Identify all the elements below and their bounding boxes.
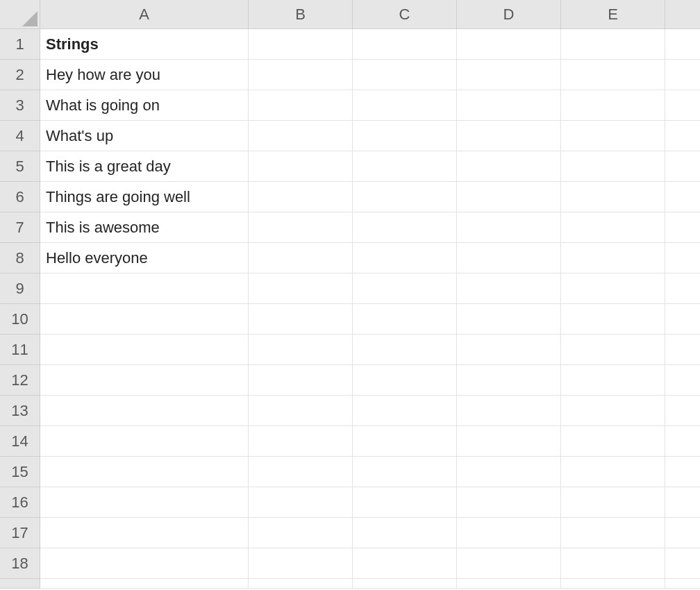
cell-D16[interactable] [457, 487, 561, 518]
column-header-extra[interactable] [665, 0, 700, 29]
row-header-11[interactable]: 11 [0, 335, 40, 365]
cell-D6[interactable] [457, 182, 561, 212]
cell-D14[interactable] [457, 426, 561, 457]
cell-A15[interactable] [40, 457, 249, 487]
column-header-C[interactable]: C [353, 0, 457, 29]
cell-B3[interactable] [249, 90, 353, 121]
cell-D15[interactable] [457, 457, 561, 487]
cell-D7[interactable] [457, 212, 561, 243]
cell-E8[interactable] [561, 243, 665, 273]
row-header-10[interactable]: 10 [0, 304, 40, 335]
cell-D13[interactable] [457, 396, 561, 426]
cell-F10[interactable] [665, 304, 700, 335]
cell-F5[interactable] [665, 151, 700, 182]
cell-B12[interactable] [249, 365, 353, 396]
row-header-18[interactable]: 18 [0, 548, 40, 579]
cell-A14[interactable] [40, 426, 249, 457]
cell-B1[interactable] [249, 29, 353, 60]
cell-D17[interactable] [457, 518, 561, 548]
cell-partial-0[interactable] [40, 579, 249, 589]
cell-D8[interactable] [457, 243, 561, 273]
row-header-7[interactable]: 7 [0, 212, 40, 243]
cell-D12[interactable] [457, 365, 561, 396]
cell-B13[interactable] [249, 396, 353, 426]
cell-D1[interactable] [457, 29, 561, 60]
cell-E17[interactable] [561, 518, 665, 548]
cell-E7[interactable] [561, 212, 665, 243]
cell-C4[interactable] [353, 121, 457, 151]
cell-C12[interactable] [353, 365, 457, 396]
cell-D9[interactable] [457, 273, 561, 304]
cell-C14[interactable] [353, 426, 457, 457]
cell-E3[interactable] [561, 90, 665, 121]
cell-B2[interactable] [249, 60, 353, 90]
cell-A18[interactable] [40, 548, 249, 579]
cell-E15[interactable] [561, 457, 665, 487]
cell-E4[interactable] [561, 121, 665, 151]
row-header-12[interactable]: 12 [0, 365, 40, 396]
cell-B4[interactable] [249, 121, 353, 151]
cell-F16[interactable] [665, 487, 700, 518]
cell-F12[interactable] [665, 365, 700, 396]
cell-C15[interactable] [353, 457, 457, 487]
select-all-corner[interactable] [0, 0, 40, 29]
cell-F17[interactable] [665, 518, 700, 548]
cell-B8[interactable] [249, 243, 353, 273]
cell-F15[interactable] [665, 457, 700, 487]
cell-A1[interactable]: Strings [40, 29, 249, 60]
cell-C6[interactable] [353, 182, 457, 212]
cell-D10[interactable] [457, 304, 561, 335]
cell-A17[interactable] [40, 518, 249, 548]
row-header-5[interactable]: 5 [0, 151, 40, 182]
column-header-A[interactable]: A [40, 0, 249, 29]
cell-C8[interactable] [353, 243, 457, 273]
cell-B16[interactable] [249, 487, 353, 518]
cell-A7[interactable]: This is awesome [40, 212, 249, 243]
cell-D2[interactable] [457, 60, 561, 90]
cell-F14[interactable] [665, 426, 700, 457]
cell-D5[interactable] [457, 151, 561, 182]
cell-C11[interactable] [353, 335, 457, 365]
column-header-D[interactable]: D [457, 0, 561, 29]
cell-C18[interactable] [353, 548, 457, 579]
cell-A13[interactable] [40, 396, 249, 426]
cell-B9[interactable] [249, 273, 353, 304]
cell-C9[interactable] [353, 273, 457, 304]
cell-E11[interactable] [561, 335, 665, 365]
cell-E16[interactable] [561, 487, 665, 518]
cell-C5[interactable] [353, 151, 457, 182]
column-header-B[interactable]: B [249, 0, 353, 29]
cell-F13[interactable] [665, 396, 700, 426]
cell-B17[interactable] [249, 518, 353, 548]
cell-E2[interactable] [561, 60, 665, 90]
cell-A2[interactable]: Hey how are you [40, 60, 249, 90]
cell-C7[interactable] [353, 212, 457, 243]
row-header-17[interactable]: 17 [0, 518, 40, 548]
cell-F1[interactable] [665, 29, 700, 60]
row-header-13[interactable]: 13 [0, 396, 40, 426]
cell-partial-2[interactable] [353, 579, 457, 589]
cell-F9[interactable] [665, 273, 700, 304]
cell-A5[interactable]: This is a great day [40, 151, 249, 182]
row-header-8[interactable]: 8 [0, 243, 40, 273]
cell-F4[interactable] [665, 121, 700, 151]
cell-C13[interactable] [353, 396, 457, 426]
cell-partial-1[interactable] [249, 579, 353, 589]
row-header-16[interactable]: 16 [0, 487, 40, 518]
cell-F3[interactable] [665, 90, 700, 121]
cell-F8[interactable] [665, 243, 700, 273]
cell-A4[interactable]: What's up [40, 121, 249, 151]
cell-B14[interactable] [249, 426, 353, 457]
cell-F11[interactable] [665, 335, 700, 365]
cell-A16[interactable] [40, 487, 249, 518]
row-header-3[interactable]: 3 [0, 90, 40, 121]
cell-F2[interactable] [665, 60, 700, 90]
row-header-6[interactable]: 6 [0, 182, 40, 212]
cell-partial-4[interactable] [561, 579, 665, 589]
row-header-partial[interactable] [0, 579, 40, 589]
column-header-E[interactable]: E [561, 0, 665, 29]
row-header-2[interactable]: 2 [0, 60, 40, 90]
cell-B10[interactable] [249, 304, 353, 335]
cell-C3[interactable] [353, 90, 457, 121]
row-header-15[interactable]: 15 [0, 457, 40, 487]
